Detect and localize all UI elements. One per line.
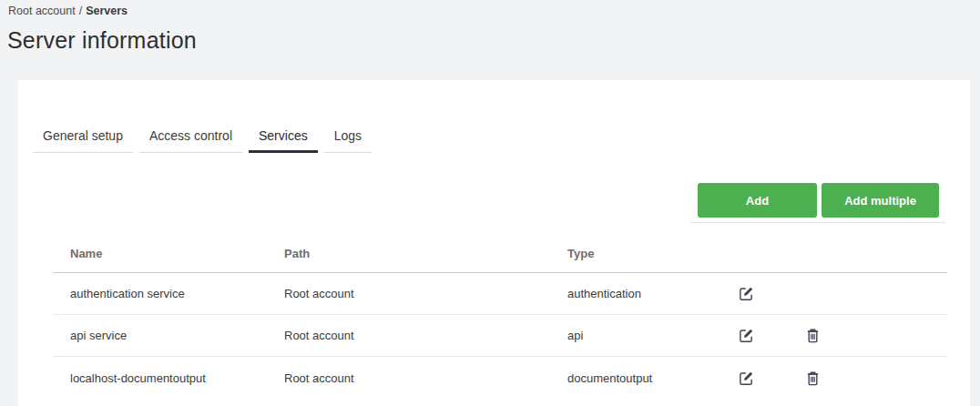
cell-path: Root account <box>284 329 567 342</box>
add-button[interactable]: Add <box>698 183 817 218</box>
cell-name: authentication service <box>53 287 284 300</box>
breadcrumb-separator: / <box>79 5 82 17</box>
cell-path: Root account <box>284 287 567 300</box>
breadcrumb-current-servers: Servers <box>86 5 128 17</box>
table-header-row: Name Path Type <box>53 235 947 273</box>
edit-button[interactable] <box>737 369 756 388</box>
delete-button[interactable] <box>804 326 822 345</box>
cell-name: localhost-documentoutput <box>53 371 284 385</box>
cell-name: api service <box>53 329 284 342</box>
delete-button[interactable] <box>804 369 822 388</box>
edit-icon <box>739 328 754 343</box>
server-information-card: General setup Access control Services Lo… <box>18 80 970 406</box>
cell-type: authentication <box>567 287 713 300</box>
column-header-type: Type <box>567 247 713 260</box>
edit-button[interactable] <box>737 326 756 345</box>
page-title: Server information <box>7 27 197 54</box>
edit-icon <box>739 286 754 301</box>
breadcrumb: Root account/Servers <box>8 5 128 17</box>
services-table: Name Path Type authentication service Ro… <box>53 235 947 399</box>
table-row: localhost-documentoutput Root account do… <box>53 357 947 399</box>
edit-button[interactable] <box>737 284 756 303</box>
edit-icon <box>739 370 754 386</box>
column-header-name: Name <box>53 247 284 260</box>
trash-icon <box>806 328 820 343</box>
tab-logs[interactable]: Logs <box>324 121 372 153</box>
breadcrumb-root-account[interactable]: Root account <box>8 5 76 17</box>
table-row: api service Root account api <box>53 315 947 357</box>
table-row: authentication service Root account auth… <box>53 273 947 315</box>
cell-type: api <box>567 329 713 342</box>
column-header-path: Path <box>284 247 567 260</box>
tab-general-setup[interactable]: General setup <box>33 121 133 153</box>
trash-icon <box>806 370 820 386</box>
add-multiple-button[interactable]: Add multiple <box>822 183 939 218</box>
tab-services[interactable]: Services <box>249 121 318 153</box>
tabs-bar: General setup Access control Services Lo… <box>33 121 372 153</box>
services-toolbar: Add Add multiple <box>690 183 945 223</box>
tab-access-control[interactable]: Access control <box>139 121 242 153</box>
cell-path: Root account <box>284 371 567 385</box>
cell-type: documentoutput <box>567 371 713 385</box>
